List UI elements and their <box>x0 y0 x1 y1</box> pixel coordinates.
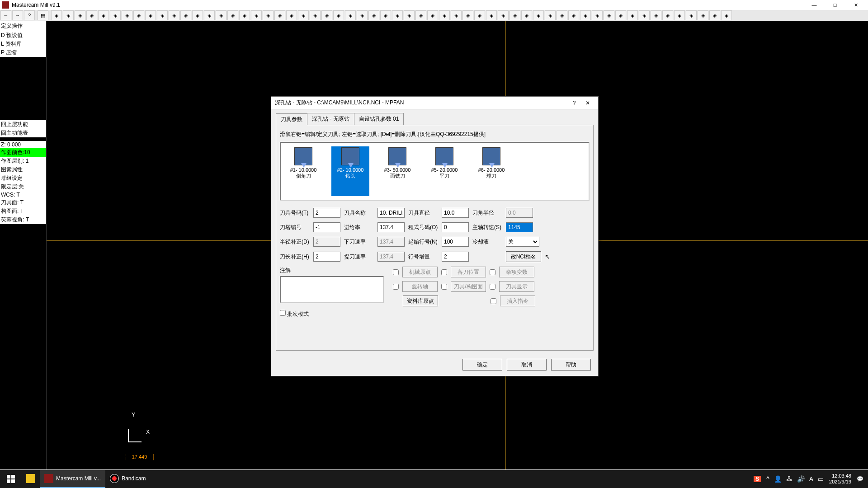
tool-num-input[interactable] <box>313 208 340 218</box>
toolbar-button[interactable]: ◈ <box>251 10 262 20</box>
notifications-icon[interactable]: 💬 <box>857 476 863 482</box>
tab-custom-drill[interactable]: 自设钻孔参数 01 <box>354 113 404 125</box>
task-bandicam[interactable]: Bandicam <box>105 470 150 488</box>
toolbar-button[interactable]: ◈ <box>662 10 673 20</box>
menu-library[interactable]: L 资料库 <box>0 40 46 48</box>
close-button[interactable]: ✕ <box>845 0 866 9</box>
toolbar-button[interactable]: ◈ <box>498 10 509 20</box>
tool-display-check[interactable] <box>490 284 495 290</box>
toolbar-button[interactable]: ◈ <box>627 10 638 20</box>
tool-help-icon[interactable]: ? <box>24 10 35 20</box>
status-layer[interactable]: 作图层别: 1 <box>0 157 46 165</box>
tool-list[interactable]: #1- 10.0000倒角刀 #2- 10.0000钻头 #3- 50.0000… <box>280 142 590 201</box>
toolbar-button[interactable]: ◈ <box>674 10 685 20</box>
menu-back[interactable]: 回上层功能 <box>0 120 46 129</box>
tool-name-input[interactable] <box>377 208 405 218</box>
toolbar-button[interactable]: ◈ <box>592 10 603 20</box>
ime-icon[interactable]: S <box>754 476 761 482</box>
toolbar-button[interactable]: ◈ <box>227 10 238 20</box>
tray-battery-icon[interactable]: ▭ <box>818 475 824 483</box>
toolbar-button[interactable]: ◈ <box>239 10 250 20</box>
task-mastercam[interactable]: Mastercam Mill v... <box>40 470 105 488</box>
coolant-select[interactable]: 关 <box>506 237 539 247</box>
cancel-button[interactable]: 取消 <box>507 359 547 371</box>
ok-button[interactable]: 确定 <box>462 359 502 371</box>
toolbar-button[interactable]: ◈ <box>521 10 532 20</box>
tool-plane-check[interactable] <box>441 284 447 290</box>
toolbar-button[interactable]: ◈ <box>451 10 462 20</box>
tray-chevron-icon[interactable]: ^ <box>766 475 769 483</box>
dialog-titlebar[interactable]: 深孔钻 - 无啄钻 - C:\MCAM9\MILL\NCI\.NCI - MPF… <box>271 97 598 109</box>
toolbar-button[interactable]: ◈ <box>604 10 614 20</box>
toolbar-button[interactable]: ◈ <box>133 10 144 20</box>
toolbar-button[interactable]: ◈ <box>157 10 168 20</box>
toolbar-button[interactable]: ◈ <box>404 10 415 20</box>
toolbar-button[interactable]: ◈ <box>415 10 426 20</box>
status-attr[interactable]: 图素属性 <box>0 165 46 174</box>
toolbar-button[interactable]: ◈ <box>86 10 97 20</box>
batch-checkbox[interactable] <box>280 310 286 316</box>
toolbar-button[interactable]: ◈ <box>263 10 274 20</box>
status-limit[interactable]: 限定层:关 <box>0 183 46 191</box>
menu-main[interactable]: 回主功能表 <box>0 129 46 137</box>
dialog-close-button[interactable]: ✕ <box>581 100 594 106</box>
clock[interactable]: 12:03:48 2021/9/19 <box>829 473 851 485</box>
status-color[interactable]: 作图颜色:10 <box>0 148 46 157</box>
task-explorer[interactable] <box>22 470 40 488</box>
rotary-check[interactable] <box>393 284 399 290</box>
toolbar-button[interactable]: ◈ <box>98 10 109 20</box>
start-line-input[interactable] <box>442 237 469 247</box>
maximize-button[interactable]: □ <box>825 0 845 9</box>
tool-item-6[interactable]: #6- 20.0000球刀 <box>472 146 510 196</box>
status-wcs[interactable]: WCS: T <box>0 191 46 198</box>
toolbar-button[interactable]: ◈ <box>216 10 226 20</box>
tab-tool-params[interactable]: 刀具参数 <box>276 113 307 125</box>
toolbar-button[interactable]: ◈ <box>110 10 121 20</box>
toolbar-button[interactable]: ◈ <box>368 10 379 20</box>
status-group[interactable]: 群组设定 <box>0 174 46 183</box>
turret-input[interactable] <box>313 222 340 232</box>
misc-var-check[interactable] <box>490 269 495 275</box>
toolbar-button[interactable]: ◈ <box>298 10 309 20</box>
tray-lang-icon[interactable]: A <box>809 475 813 483</box>
toolbar-button[interactable]: ◈ <box>274 10 285 20</box>
machine-origin-check[interactable] <box>393 269 399 275</box>
toolbar-button[interactable]: ◈ <box>333 10 344 20</box>
tray-people-icon[interactable]: 👤 <box>774 475 782 483</box>
insert-cmd-check[interactable] <box>491 298 496 304</box>
toolbar-button[interactable]: ◈ <box>557 10 567 20</box>
toolbar-button[interactable]: ◈ <box>439 10 450 20</box>
toolbar-button[interactable]: ◈ <box>427 10 438 20</box>
tab-deep-drill[interactable]: 深孔钻 - 无啄钻 <box>307 113 354 125</box>
tool-dia-input[interactable] <box>442 208 469 218</box>
toolbar-button[interactable]: ◈ <box>486 10 497 20</box>
tool-item-1[interactable]: #1- 10.0000倒角刀 <box>284 146 322 196</box>
feed-input[interactable] <box>377 222 405 232</box>
tool-item-5[interactable]: #5- 20.0000平刀 <box>425 146 463 196</box>
toolbar-button[interactable]: ◈ <box>63 10 74 20</box>
tray-volume-icon[interactable]: 🔊 <box>797 475 805 483</box>
menu-preset[interactable]: D 预设值 <box>0 31 46 40</box>
status-cplane[interactable]: 构图面: T <box>0 207 46 216</box>
toolbar-button[interactable]: ◈ <box>615 10 626 20</box>
toolbar-button[interactable]: ◈ <box>580 10 591 20</box>
toolbar-button[interactable]: ◈ <box>392 10 403 20</box>
spindle-input[interactable] <box>506 222 533 232</box>
tool-file-icon[interactable]: ▤ <box>38 10 48 20</box>
toolbar-button[interactable]: ◈ <box>75 10 85 20</box>
toolbar-button[interactable]: ◈ <box>321 10 332 20</box>
status-gview[interactable]: 荧幕视角: T <box>0 216 46 224</box>
tool-forward-icon[interactable]: → <box>12 10 23 20</box>
tool-back-icon[interactable]: ← <box>0 10 11 20</box>
status-z[interactable]: Z: 0.000 <box>0 141 46 148</box>
len-comp-input[interactable] <box>313 252 340 262</box>
toolbar-button[interactable]: ◈ <box>686 10 697 20</box>
toolbar-button[interactable]: ◈ <box>122 10 132 20</box>
toolbar-button[interactable]: ◈ <box>345 10 356 20</box>
db-origin-button[interactable]: 资料库原点 <box>403 296 438 306</box>
notes-textarea[interactable] <box>280 276 384 303</box>
toolbar-button[interactable]: ◈ <box>533 10 544 20</box>
nci-rename-button[interactable]: 改NCI档名 <box>506 251 541 262</box>
toolbar-button[interactable]: ◈ <box>192 10 203 20</box>
toolbar-button[interactable]: ◈ <box>709 10 720 20</box>
